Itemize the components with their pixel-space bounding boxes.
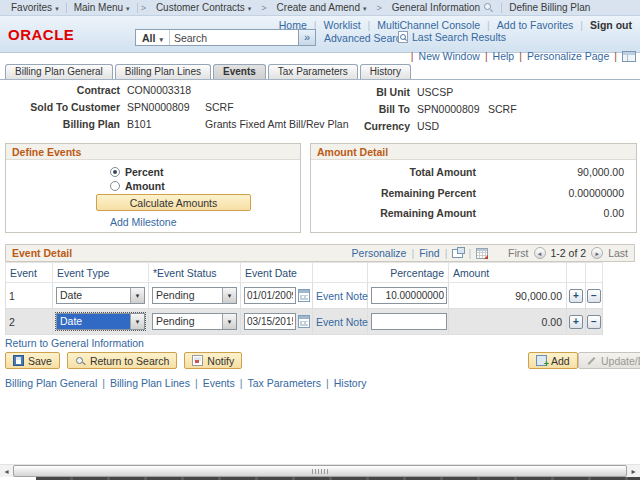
search-go-button[interactable] (298, 29, 316, 46)
event-date-input[interactable] (244, 287, 296, 304)
calendar-icon[interactable] (298, 315, 310, 328)
remaining-amount-value: 0.00 (604, 207, 624, 219)
tab-bar: Billing Plan General Billing Plan Lines … (5, 64, 411, 79)
add-milestone-link[interactable]: Add Milestone (110, 216, 177, 228)
portal-links: Home Worklist MultiChannel Console Add t… (272, 19, 634, 31)
chevron-down-icon (159, 32, 163, 44)
delete-row-button[interactable]: − (587, 289, 601, 303)
sold-to-desc: SCRF (205, 101, 234, 113)
separator (326, 377, 329, 389)
event-number: 2 (6, 309, 53, 335)
event-type-select[interactable]: Date (56, 287, 145, 304)
search-scope-value: All (142, 32, 155, 44)
event-type-select[interactable]: Date (56, 313, 145, 330)
tab-billing-plan-general[interactable]: Billing Plan General (5, 64, 113, 79)
column-blank (313, 263, 368, 283)
breadcrumb-favorites-menu[interactable]: Favorites (4, 0, 66, 15)
radio-label: Percent (125, 166, 164, 178)
billing-plan-label: Billing Plan (0, 118, 120, 130)
remaining-amount-label: Remaining Amount (311, 207, 476, 219)
separator (102, 377, 105, 389)
percent-radio[interactable]: Percent (110, 166, 164, 178)
breadcrumb-main-menu[interactable]: Main Menu (67, 0, 137, 15)
footer-link-tax-parameters[interactable]: Tax Parameters (248, 377, 322, 389)
breadcrumb-create-and-amend[interactable]: Create and Amend (270, 0, 374, 15)
last-search-results[interactable]: Last Search Results (398, 31, 506, 43)
save-icon (13, 355, 24, 366)
worklist-link[interactable]: Worklist (316, 19, 367, 31)
scroll-left-arrow[interactable] (0, 465, 13, 477)
grid-header: Event Detail Personalize Find First 1-2 … (5, 244, 635, 262)
scroll-right-arrow[interactable] (627, 465, 640, 477)
footer-link-billing-plan-lines[interactable]: Billing Plan Lines (110, 377, 190, 389)
panel-title: Define Events (6, 144, 300, 160)
footer-link-history[interactable]: History (334, 377, 367, 389)
return-to-general-link[interactable]: Return to General Information (5, 337, 144, 349)
add-icon (536, 355, 547, 366)
find-link[interactable]: Find (419, 247, 439, 259)
multichannel-console-link[interactable]: MultiChannel Console (370, 19, 487, 31)
footer-link-events[interactable]: Events (203, 377, 235, 389)
page-actions: New Window Help Personalize Page (411, 50, 636, 62)
contract-value: CON0003318 (127, 84, 191, 96)
footer-link-billing-plan-general[interactable]: Billing Plan General (5, 377, 97, 389)
select-arrow-icon (222, 314, 236, 329)
sign-out-link[interactable]: Sign out (583, 19, 634, 31)
remaining-percent-label: Remaining Percent (311, 187, 476, 199)
add-row-button[interactable]: + (569, 315, 583, 329)
breadcrumb-customer-contracts[interactable]: Customer Contracts (149, 0, 258, 15)
add-button[interactable]: Add (528, 352, 578, 369)
add-to-favorites-link[interactable]: Add to Favorites (490, 19, 580, 31)
notify-button[interactable]: Notify (184, 352, 242, 369)
previous-rows-button[interactable] (534, 247, 546, 259)
breadcrumb-label: Main Menu (74, 2, 123, 13)
separator (240, 377, 243, 389)
event-note-link[interactable]: Event Note (316, 290, 368, 302)
column-event-type: Event Type (53, 263, 149, 283)
footer-page-links: Billing Plan General Billing Plan Lines … (5, 377, 366, 389)
search-scope-select[interactable]: All (136, 30, 170, 45)
new-window-link[interactable]: New Window (419, 50, 480, 62)
personalize-page-link[interactable]: Personalize Page (527, 50, 609, 62)
sold-to-value: SPN0000809 (127, 101, 189, 113)
select-value: Date (57, 314, 130, 329)
tab-history[interactable]: History (360, 64, 411, 79)
horizontal-scrollbar[interactable] (0, 464, 640, 477)
return-to-search-button[interactable]: Return to Search (67, 352, 177, 369)
calculate-amounts-button[interactable]: Calculate Amounts (96, 194, 251, 211)
notify-icon (192, 355, 203, 366)
amount-radio[interactable]: Amount (110, 180, 165, 192)
tab-events[interactable]: Events (213, 64, 266, 79)
breadcrumb: Favorites Main Menu Customer Contracts C… (0, 0, 640, 16)
add-row-button[interactable]: + (569, 289, 583, 303)
search-input[interactable] (170, 30, 298, 45)
tab-tax-parameters[interactable]: Tax Parameters (268, 64, 358, 79)
calendar-icon[interactable] (298, 289, 310, 302)
view-all-icon[interactable] (452, 249, 463, 258)
download-grid-icon[interactable] (476, 248, 488, 259)
event-date-input[interactable] (244, 313, 296, 330)
percentage-input[interactable] (371, 287, 447, 304)
delete-row-button[interactable]: − (587, 315, 601, 329)
tab-billing-plan-lines[interactable]: Billing Plan Lines (115, 64, 211, 79)
event-status-select[interactable]: Pending (152, 287, 237, 304)
advanced-search-link[interactable]: Advanced Search (324, 32, 407, 44)
sold-to-label: Sold To Customer (0, 101, 120, 113)
scrollbar-thumb[interactable] (13, 465, 627, 477)
help-link[interactable]: Help (493, 50, 515, 62)
event-note-link[interactable]: Event Note (316, 316, 368, 328)
separator (195, 377, 198, 389)
event-status-select[interactable]: Pending (152, 313, 237, 330)
define-events-panel: Define Events Percent Amount Calculate A… (5, 143, 301, 233)
personalize-link[interactable]: Personalize (352, 247, 407, 259)
column-event: Event (6, 263, 53, 283)
next-rows-button[interactable] (591, 247, 603, 259)
radio-unselected-icon (110, 181, 120, 191)
bill-to-value: SPN0000809 (417, 103, 479, 115)
breadcrumb-general-information[interactable]: General Information (385, 0, 501, 15)
update-display-button: Update/Display (578, 352, 640, 369)
personalize-layout-icon[interactable] (622, 51, 636, 62)
save-button[interactable]: Save (5, 352, 60, 369)
column-delete (586, 263, 603, 283)
percentage-input[interactable] (371, 313, 447, 330)
